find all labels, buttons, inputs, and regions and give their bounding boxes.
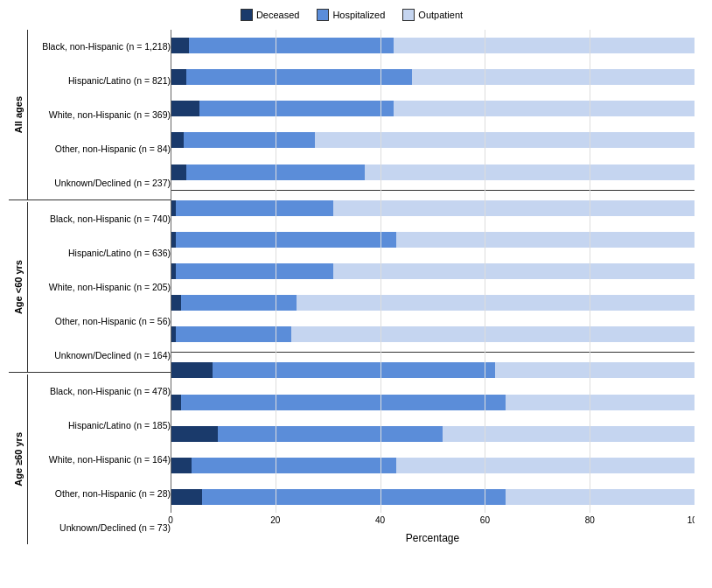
hospitalized-swatch [317, 9, 329, 21]
seg-hospitalized-2-3 [192, 458, 396, 473]
row-label-0-2: White, non-Hispanic (n = 369) [30, 109, 171, 120]
seg-deceased-2-4 [171, 489, 202, 505]
seg-hospitalized-0-0 [189, 38, 394, 53]
bar-row-0-1 [171, 65, 695, 89]
seg-deceased-0-2 [171, 101, 199, 116]
seg-outpatient-0-2 [394, 101, 695, 116]
seg-outpatient-2-4 [506, 489, 695, 505]
x-tick-20: 20 [270, 515, 280, 525]
bar-row-1-1 [171, 228, 695, 252]
seg-hospitalized-0-2 [199, 101, 394, 116]
seg-deceased-0-4 [171, 164, 186, 180]
row-label-1-2: White, non-Hispanic (n = 205) [30, 282, 171, 292]
seg-outpatient-1-4 [291, 326, 695, 342]
seg-hospitalized-0-1 [186, 69, 412, 85]
legend-item-outpatient: Outpatient [402, 9, 463, 21]
section-label-allages: All ages [13, 96, 24, 133]
x-tick-40: 40 [375, 515, 385, 525]
row-label-2-2: White, non-Hispanic (n = 164) [30, 454, 171, 465]
row-label-0-1: Hispanic/Latino (n = 821) [30, 75, 171, 86]
bar-row-2-4 [171, 485, 695, 509]
row-label-2-0: Black, non-Hispanic (n = 478) [30, 386, 171, 396]
section-label-gte60: Age ≥60 yrs [13, 432, 24, 486]
bar-row-0-3 [171, 128, 695, 152]
seg-outpatient-0-0 [394, 38, 695, 53]
legend-item-deceased: Deceased [241, 9, 300, 21]
seg-outpatient-2-1 [506, 395, 695, 410]
seg-deceased-0-3 [171, 132, 184, 148]
seg-outpatient-2-0 [495, 362, 695, 378]
bar-row-0-0 [171, 33, 695, 58]
row-label-0-0: Black, non-Hispanic (n = 1,218) [30, 41, 171, 52]
row-label-2-1: Hispanic/Latino (n = 185) [30, 420, 171, 430]
row-label-1-0: Black, non-Hispanic (n = 740) [30, 214, 171, 224]
legend-label-hospitalized: Hospitalized [332, 10, 385, 20]
chart-legend: Deceased Hospitalized Outpatient [9, 9, 695, 21]
seg-hospitalized-1-1 [176, 232, 396, 248]
seg-deceased-2-2 [171, 426, 218, 442]
x-tick-0: 0 [168, 515, 173, 525]
seg-hospitalized-2-4 [202, 489, 506, 505]
legend-label-outpatient: Outpatient [418, 10, 463, 20]
outpatient-swatch [402, 9, 415, 21]
seg-outpatient-0-3 [315, 132, 695, 148]
seg-outpatient-2-3 [396, 458, 695, 473]
x-tick-100: 100 [688, 515, 695, 525]
seg-outpatient-1-3 [297, 295, 695, 311]
legend-label-deceased: Deceased [256, 10, 300, 20]
seg-hospitalized-1-4 [176, 326, 291, 342]
seg-outpatient-0-1 [412, 69, 695, 85]
section-bars-0 [171, 30, 695, 191]
seg-outpatient-1-2 [333, 263, 695, 279]
bar-row-1-3 [171, 290, 695, 315]
row-label-1-3: Other, non-Hispanic (n = 56) [30, 316, 171, 326]
x-axis-label: Percentage [171, 532, 695, 544]
row-label-0-3: Other, non-Hispanic (n = 84) [30, 144, 171, 154]
chart-container: Deceased Hospitalized Outpatient All age… [0, 0, 712, 588]
seg-hospitalized-2-1 [181, 395, 506, 410]
seg-hospitalized-1-2 [176, 263, 333, 279]
bar-row-2-2 [171, 422, 695, 446]
seg-deceased-2-0 [171, 362, 213, 378]
row-label-0-4: Unknown/Declined (n = 237) [30, 178, 171, 188]
bar-row-2-0 [171, 358, 695, 382]
seg-deceased-2-1 [171, 395, 181, 410]
row-label-1-4: Unknown/Declined (n = 164) [30, 350, 171, 360]
seg-hospitalized-1-0 [176, 200, 333, 216]
x-axis-ticks: 0 20 40 60 80 100 [171, 515, 695, 528]
seg-deceased-1-3 [171, 295, 181, 311]
bar-row-0-4 [171, 160, 695, 185]
seg-hospitalized-2-0 [213, 362, 495, 378]
legend-item-hospitalized: Hospitalized [317, 9, 385, 21]
bar-row-2-1 [171, 390, 695, 415]
bar-row-1-2 [171, 259, 695, 284]
seg-hospitalized-2-2 [218, 426, 443, 442]
section-label-lt60: Age <60 yrs [13, 260, 24, 314]
seg-hospitalized-1-3 [181, 295, 297, 311]
x-tick-60: 60 [480, 515, 490, 525]
deceased-swatch [241, 9, 253, 21]
x-tick-80: 80 [585, 515, 595, 525]
bar-row-0-2 [171, 96, 695, 121]
seg-deceased-0-1 [171, 69, 186, 85]
section-bars-1 [171, 192, 695, 354]
seg-outpatient-1-0 [333, 200, 695, 216]
seg-deceased-2-3 [171, 458, 192, 473]
bar-row-2-3 [171, 453, 695, 478]
seg-outpatient-1-1 [396, 232, 695, 248]
row-label-2-3: Other, non-Hispanic (n = 28) [30, 488, 171, 499]
seg-hospitalized-0-4 [186, 164, 365, 180]
seg-hospitalized-0-3 [184, 132, 315, 148]
row-label-2-4: Unknown/Declined (n = 73) [30, 522, 171, 533]
seg-outpatient-2-2 [443, 426, 695, 442]
row-label-1-1: Hispanic/Latino (n = 636) [30, 248, 171, 258]
section-bars-2 [171, 354, 695, 513]
seg-outpatient-0-4 [365, 164, 695, 180]
bar-row-1-4 [171, 322, 695, 346]
bar-row-1-0 [171, 196, 695, 220]
seg-deceased-0-0 [171, 38, 189, 53]
